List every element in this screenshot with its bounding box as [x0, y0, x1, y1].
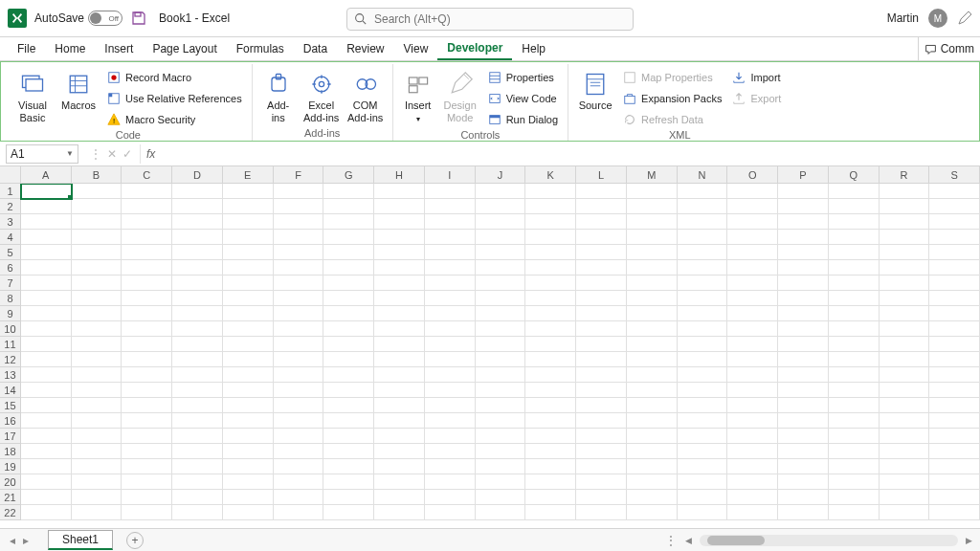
- cell[interactable]: [929, 444, 980, 459]
- cell[interactable]: [727, 383, 778, 398]
- search-input[interactable]: [346, 8, 634, 31]
- cell[interactable]: [476, 352, 526, 367]
- cell[interactable]: [122, 306, 172, 321]
- cell[interactable]: [778, 214, 829, 230]
- row-header[interactable]: 22: [0, 505, 21, 520]
- cell[interactable]: [323, 337, 374, 352]
- cell[interactable]: [727, 490, 778, 505]
- cell[interactable]: [223, 245, 274, 260]
- cell[interactable]: [122, 291, 172, 306]
- cell[interactable]: [374, 352, 425, 367]
- cell[interactable]: [323, 383, 374, 398]
- cell[interactable]: [627, 245, 678, 260]
- cell[interactable]: [72, 352, 122, 367]
- cell[interactable]: [21, 505, 72, 520]
- tab-view[interactable]: View: [394, 37, 438, 60]
- cell[interactable]: [274, 199, 324, 214]
- search-box[interactable]: [346, 8, 634, 31]
- cell[interactable]: [172, 474, 223, 490]
- cell[interactable]: [678, 398, 728, 413]
- cell[interactable]: [778, 474, 829, 490]
- cell[interactable]: [778, 505, 829, 520]
- cell[interactable]: [678, 413, 728, 429]
- cell[interactable]: [223, 459, 274, 474]
- cell[interactable]: [929, 214, 980, 230]
- cell[interactable]: [880, 321, 930, 337]
- cell[interactable]: [172, 199, 223, 214]
- cell[interactable]: [627, 184, 678, 199]
- cell[interactable]: [829, 459, 880, 474]
- cell[interactable]: [72, 444, 122, 459]
- cell[interactable]: [425, 199, 476, 214]
- cell[interactable]: [72, 505, 122, 520]
- cell[interactable]: [122, 321, 172, 337]
- row-header[interactable]: 10: [0, 321, 21, 337]
- cell[interactable]: [727, 505, 778, 520]
- cell[interactable]: [425, 429, 476, 444]
- cell[interactable]: [425, 214, 476, 230]
- cell[interactable]: [274, 490, 324, 505]
- cell[interactable]: [72, 367, 122, 383]
- cell[interactable]: [880, 490, 930, 505]
- cell[interactable]: [72, 474, 122, 490]
- view-code-button[interactable]: View Code: [483, 88, 562, 108]
- cell[interactable]: [122, 383, 172, 398]
- save-icon[interactable]: [130, 10, 147, 27]
- cell[interactable]: [374, 291, 425, 306]
- cell[interactable]: [929, 291, 980, 306]
- cell[interactable]: [172, 367, 223, 383]
- cell[interactable]: [627, 444, 678, 459]
- cell[interactable]: [525, 214, 576, 230]
- cell[interactable]: [829, 276, 880, 291]
- cell[interactable]: [727, 352, 778, 367]
- cell[interactable]: [323, 459, 374, 474]
- cell[interactable]: [172, 276, 223, 291]
- cell[interactable]: [778, 429, 829, 444]
- cell[interactable]: [829, 230, 880, 245]
- cell[interactable]: [172, 490, 223, 505]
- cell[interactable]: [525, 474, 576, 490]
- cell[interactable]: [72, 214, 122, 230]
- row-header[interactable]: 2: [0, 199, 21, 214]
- cell[interactable]: [880, 413, 930, 429]
- cell[interactable]: [778, 383, 829, 398]
- cell[interactable]: [678, 352, 728, 367]
- column-header[interactable]: M: [627, 166, 678, 184]
- cell[interactable]: [880, 184, 930, 199]
- cell[interactable]: [21, 306, 72, 321]
- cell[interactable]: [122, 230, 172, 245]
- cell[interactable]: [274, 276, 324, 291]
- cell[interactable]: [425, 444, 476, 459]
- cell[interactable]: [274, 429, 324, 444]
- cell[interactable]: [223, 260, 274, 276]
- cell[interactable]: [829, 337, 880, 352]
- name-box[interactable]: A1 ▼: [6, 144, 78, 164]
- cell[interactable]: [829, 398, 880, 413]
- cell[interactable]: [21, 230, 72, 245]
- cell[interactable]: [274, 337, 324, 352]
- cell[interactable]: [172, 245, 223, 260]
- cell[interactable]: [778, 444, 829, 459]
- cell[interactable]: [627, 367, 678, 383]
- cell[interactable]: [880, 214, 930, 230]
- cell[interactable]: [576, 291, 627, 306]
- cell[interactable]: [576, 214, 627, 230]
- cell[interactable]: [829, 490, 880, 505]
- cell[interactable]: [778, 337, 829, 352]
- horizontal-scrollbar[interactable]: [700, 535, 958, 546]
- column-header[interactable]: I: [425, 166, 476, 184]
- insert-control-button[interactable]: Insert▾: [399, 67, 437, 125]
- cell[interactable]: [323, 413, 374, 429]
- import-button[interactable]: Import: [727, 67, 785, 87]
- cell[interactable]: [929, 429, 980, 444]
- cell[interactable]: [172, 398, 223, 413]
- cell[interactable]: [425, 413, 476, 429]
- cell[interactable]: [21, 260, 72, 276]
- tab-page-layout[interactable]: Page Layout: [143, 37, 226, 60]
- cell[interactable]: [72, 260, 122, 276]
- cell[interactable]: [476, 337, 526, 352]
- cell[interactable]: [72, 383, 122, 398]
- expansion-packs-button[interactable]: Expansion Packs: [618, 88, 725, 108]
- cell[interactable]: [425, 398, 476, 413]
- cell[interactable]: [425, 245, 476, 260]
